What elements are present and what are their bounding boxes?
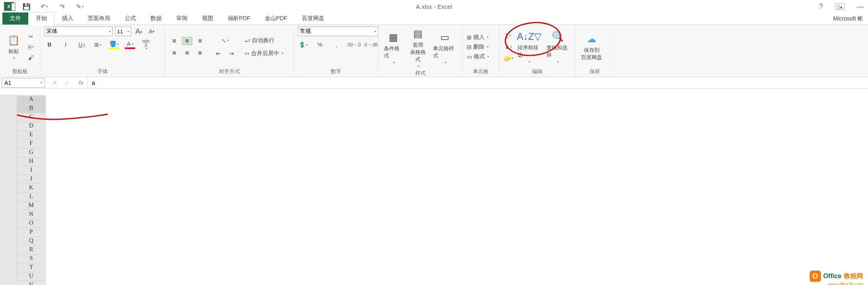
col-header-R[interactable]: R <box>17 246 46 254</box>
tab-page-layout[interactable]: 页面布局 <box>80 12 118 25</box>
orientation-icon[interactable]: ⤡▾ <box>220 36 230 45</box>
increase-decimal-icon[interactable]: .00→.0 <box>348 40 359 49</box>
col-header-O[interactable]: O <box>17 219 46 228</box>
wrap-text-button[interactable]: ⮐自动换行 <box>245 37 274 44</box>
col-header-A[interactable]: A <box>17 95 46 104</box>
save-to-baidu-button[interactable]: ☁保存到 百度网盘 <box>579 32 604 62</box>
tab-kingsoft-pdf[interactable]: 金山PDF <box>258 12 295 25</box>
col-header-G[interactable]: G <box>17 148 46 157</box>
col-header-T[interactable]: T <box>17 263 46 272</box>
qat-customize-icon[interactable]: ✎▾ <box>75 2 85 11</box>
find-select-button[interactable]: 🔍查找和选择▾ <box>545 29 571 64</box>
col-header-H[interactable]: H <box>17 157 46 166</box>
autosum-icon[interactable]: Σ▾ <box>503 31 513 40</box>
formula-input[interactable] <box>87 77 868 88</box>
format-painter-icon[interactable]: 🖌 <box>26 53 36 62</box>
col-header-F[interactable]: F <box>17 139 46 148</box>
excel-app-icon: X <box>4 2 14 11</box>
col-header-D[interactable]: D <box>17 122 46 131</box>
decrease-font-icon[interactable]: A▾ <box>146 27 157 36</box>
align-middle-icon[interactable]: ≡ <box>182 37 192 45</box>
conditional-format-icon: ▦ <box>387 31 400 44</box>
increase-font-icon[interactable]: A▴ <box>134 27 144 36</box>
copy-icon[interactable]: ⎘▾ <box>26 43 36 51</box>
align-left-icon[interactable]: ≡ <box>169 49 179 57</box>
tab-home[interactable]: 开始 <box>28 12 55 25</box>
fx-icon[interactable]: fx <box>75 80 87 86</box>
insert-cells-button[interactable]: ⊞插入▾ <box>467 34 489 41</box>
format-as-table-button[interactable]: ▤套用 表格格式▾ <box>407 27 429 69</box>
format-cells-button[interactable]: ▭格式▾ <box>467 53 489 60</box>
cut-icon[interactable]: ✂ <box>26 32 36 41</box>
delete-cells-button[interactable]: ⊟删除▾ <box>467 43 489 51</box>
paste-button[interactable]: 📋 粘贴 ▾ <box>4 33 23 61</box>
tab-file[interactable]: 文件 <box>2 12 28 25</box>
undo-icon[interactable]: ↶▾ <box>39 2 49 11</box>
ribbon-options-icon[interactable]: ▯▴ <box>835 3 845 10</box>
col-header-S[interactable]: S <box>17 254 46 263</box>
border-button[interactable]: ⊞▾ <box>93 40 103 49</box>
col-header-L[interactable]: L <box>17 193 46 201</box>
tab-data[interactable]: 数据 <box>143 12 169 25</box>
col-header-C[interactable]: C <box>17 113 46 122</box>
tab-formulas[interactable]: 公式 <box>118 12 143 25</box>
col-header-Q[interactable]: Q <box>17 237 46 246</box>
number-format-select[interactable]: 常规▾ <box>298 27 378 36</box>
save-icon[interactable]: 💾 <box>22 2 31 11</box>
group-cells: ⊞插入▾ ⊟删除▾ ▭格式▾ 单元格 <box>463 25 499 77</box>
ms-account-link[interactable]: Microsoft 帐 <box>833 15 863 23</box>
minimize-icon[interactable]: — <box>857 2 864 11</box>
font-name-select[interactable]: 宋体▾ <box>44 27 113 36</box>
name-box[interactable]: A1▾ <box>2 78 45 88</box>
col-header-P[interactable]: P <box>17 228 46 237</box>
align-top-icon[interactable]: ≡ <box>169 37 179 45</box>
group-save: ☁保存到 百度网盘 保存 <box>575 25 614 77</box>
bold-button[interactable]: B <box>44 40 55 49</box>
tab-review[interactable]: 审阅 <box>169 12 195 25</box>
col-header-E[interactable]: E <box>17 131 46 139</box>
accounting-format-icon[interactable]: 💲▾ <box>298 40 308 49</box>
clear-icon[interactable]: 🧽▾ <box>503 54 513 63</box>
conditional-format-button[interactable]: ▦条件格式▾ <box>382 30 404 65</box>
watermark-logo-icon: O <box>810 271 821 282</box>
font-size-select[interactable]: 11▾ <box>115 27 131 36</box>
col-header-U[interactable]: U <box>17 272 46 281</box>
increase-indent-icon[interactable]: ⇥ <box>226 49 237 58</box>
redo-icon[interactable]: ↷ <box>57 2 67 11</box>
tab-foxit-pdf[interactable]: 福昕PDF <box>221 12 258 25</box>
worksheet-grid[interactable]: ABCDEFGHIJKLMNOPQRSTUV1a12e03c14b15t06d0… <box>0 95 868 285</box>
help-icon[interactable]: ? <box>819 2 823 11</box>
percent-format-icon[interactable]: % <box>315 40 325 49</box>
group-clipboard: 📋 粘贴 ▾ ✂ ⎘▾ 🖌 剪贴板 <box>0 25 40 77</box>
align-right-icon[interactable]: ≡ <box>195 49 205 57</box>
col-header-J[interactable]: J <box>17 175 46 184</box>
font-color-button[interactable]: A▾ <box>125 40 135 49</box>
merge-center-button[interactable]: ⇿合并后居中▾ <box>245 50 283 57</box>
fill-icon[interactable]: ⬇▾ <box>503 43 513 51</box>
align-bottom-icon[interactable]: ≡ <box>195 37 205 45</box>
group-label-clipboard: 剪贴板 <box>4 67 36 77</box>
col-header-M[interactable]: M <box>17 201 46 210</box>
select-all-corner[interactable] <box>0 95 17 285</box>
tab-view[interactable]: 视图 <box>195 12 221 25</box>
sort-filter-icon: A↓Z▽ <box>523 30 536 43</box>
decrease-decimal-icon[interactable]: .0→.00 <box>365 40 376 49</box>
phonetic-button[interactable]: wén文▾ <box>141 40 151 49</box>
col-header-I[interactable]: I <box>17 166 46 175</box>
col-header-B[interactable]: B <box>17 104 46 113</box>
tab-baidu-netdisk[interactable]: 百度网盘 <box>295 12 332 25</box>
sort-filter-button[interactable]: A↓Z▽排序和筛选▾ <box>516 29 542 64</box>
italic-button[interactable]: I <box>60 40 71 49</box>
col-header-N[interactable]: N <box>17 210 46 219</box>
align-center-icon[interactable]: ≡ <box>182 49 192 57</box>
fill-color-button[interactable]: 🪣▾ <box>109 40 119 49</box>
cancel-formula-icon[interactable]: ✕ <box>52 80 57 86</box>
comma-format-icon[interactable]: , <box>332 40 342 49</box>
cell-styles-button[interactable]: ▭单元格样式▾ <box>431 30 458 65</box>
col-header-K[interactable]: K <box>17 184 46 193</box>
underline-button[interactable]: U▾ <box>76 40 87 49</box>
decrease-indent-icon[interactable]: ⇤ <box>213 49 224 58</box>
tab-insert[interactable]: 插入 <box>55 12 80 25</box>
col-header-V[interactable]: V <box>17 281 46 285</box>
enter-formula-icon[interactable]: ✓ <box>64 80 69 86</box>
